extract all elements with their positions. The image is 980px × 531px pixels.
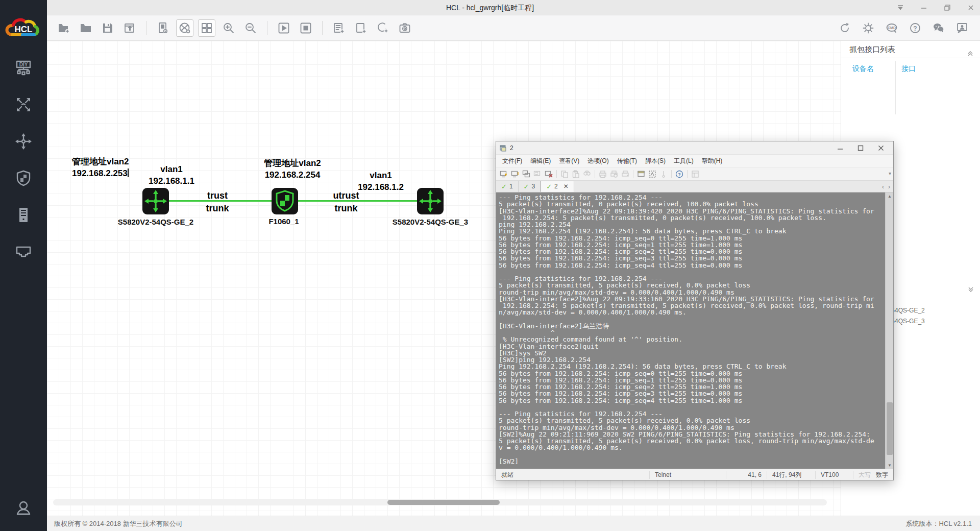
open-project-icon[interactable] bbox=[77, 19, 94, 37]
terminal-close-icon[interactable] bbox=[871, 141, 891, 155]
sidebar-item-routers[interactable] bbox=[11, 94, 36, 115]
device-name-sw3[interactable]: S5820V2-54QS-GE_3 bbox=[393, 218, 468, 226]
sidebar-item-firewalls[interactable] bbox=[11, 167, 36, 189]
link1-zone-label[interactable]: trust bbox=[207, 190, 228, 201]
menu-view[interactable]: 查看(V) bbox=[555, 155, 583, 167]
print-setup-icon[interactable] bbox=[620, 169, 630, 179]
menu-help[interactable]: 帮助(H) bbox=[698, 155, 727, 167]
find-icon[interactable] bbox=[582, 169, 592, 179]
capture-list-header[interactable]: 抓包接口列表 bbox=[841, 41, 980, 58]
sw2-mgmt-label[interactable]: 管理地址vlan2 192.168.2.253 bbox=[72, 156, 129, 179]
cli-console-icon[interactable]: CMD bbox=[883, 19, 900, 37]
terminal-tab-2[interactable]: ✓2✕ bbox=[541, 181, 574, 192]
quick-connect-icon[interactable] bbox=[499, 169, 509, 179]
terminal-maximize-icon[interactable] bbox=[850, 141, 871, 155]
sw2-vlan-line1: vlan1 bbox=[149, 163, 194, 175]
workbench-grid-icon[interactable] bbox=[198, 19, 215, 37]
zoom-out-icon[interactable] bbox=[242, 19, 259, 37]
scroll-down-icon[interactable]: ▼ bbox=[886, 462, 894, 469]
rollup-icon[interactable] bbox=[895, 3, 905, 13]
menu-file[interactable]: 文件(F) bbox=[498, 155, 526, 167]
terminal-minimize-icon[interactable] bbox=[830, 141, 850, 155]
svg-text:?: ? bbox=[678, 172, 681, 177]
menu-transfer[interactable]: 传输(T) bbox=[613, 155, 641, 167]
menu-edit[interactable]: 编辑(E) bbox=[526, 155, 555, 167]
device-firewall-f1060-1[interactable] bbox=[271, 187, 299, 215]
sw3-vlan-label[interactable]: vlan1 192.168.1.2 bbox=[358, 170, 404, 193]
settings-gear-icon[interactable] bbox=[860, 19, 877, 37]
sidebar-item-servers[interactable] bbox=[11, 204, 36, 226]
keyword-highlight-icon[interactable] bbox=[658, 169, 669, 179]
tab-scroll-arrows: ‹› bbox=[882, 181, 890, 193]
stop-all-icon[interactable] bbox=[297, 19, 314, 37]
terminal-tab-3[interactable]: ✓3 bbox=[519, 181, 541, 192]
print-icon[interactable] bbox=[598, 169, 608, 179]
connect-in-tab-icon[interactable] bbox=[521, 169, 531, 179]
fw-mgmt-label[interactable]: 管理地址vlan2 192.168.2.254 bbox=[264, 157, 321, 181]
sidebar-item-end-devices[interactable] bbox=[11, 241, 36, 262]
device-name-fw[interactable]: F1060_1 bbox=[268, 217, 299, 226]
device-switch-s5820v2-54qs-ge-2[interactable] bbox=[142, 187, 169, 215]
restore-icon[interactable] bbox=[942, 3, 952, 13]
copy-icon[interactable] bbox=[559, 169, 570, 179]
terminal-vscrollbar-thumb[interactable] bbox=[887, 402, 893, 455]
terminal-vscrollbar[interactable]: ▲ ▼ bbox=[885, 192, 893, 469]
session-options-icon[interactable] bbox=[647, 169, 657, 179]
collapse-down-icon[interactable] bbox=[967, 284, 974, 291]
minimize-icon[interactable] bbox=[919, 3, 929, 13]
help-icon[interactable]: ? bbox=[906, 19, 924, 37]
tab-scroll-right-icon[interactable]: › bbox=[888, 183, 890, 190]
session-properties-icon[interactable] bbox=[636, 169, 646, 179]
export-project-icon[interactable] bbox=[121, 19, 138, 37]
add-capture-icon[interactable] bbox=[374, 19, 391, 37]
add-device-image-icon[interactable] bbox=[154, 19, 172, 37]
link1-mode-label[interactable]: trunk bbox=[206, 203, 229, 214]
add-network-icon[interactable] bbox=[176, 19, 193, 37]
menu-options[interactable]: 选项(O) bbox=[583, 155, 612, 167]
terminal-window[interactable]: 2 文件(F) 编辑(E) 查看(V) 选项(O) 传输(T) 脚本(S) 工具… bbox=[496, 141, 894, 480]
refresh-icon[interactable] bbox=[836, 19, 853, 37]
scroll-up-icon[interactable]: ▲ bbox=[886, 192, 894, 200]
save-project-icon[interactable] bbox=[99, 19, 116, 37]
connect-icon[interactable] bbox=[510, 169, 520, 179]
toolbar-separator bbox=[671, 170, 672, 178]
device-categories: DIY bbox=[0, 57, 47, 262]
disconnect-icon[interactable] bbox=[544, 169, 554, 179]
device-switch-s5820v2-54qs-ge-3[interactable] bbox=[416, 187, 444, 215]
new-project-icon[interactable] bbox=[55, 19, 72, 37]
terminal-status-emulation: VT100 bbox=[815, 471, 851, 479]
canvas-hscrollbar-thumb[interactable] bbox=[387, 500, 500, 505]
terminal-tab-1[interactable]: ✓1 bbox=[496, 181, 519, 192]
device-name-sw2[interactable]: S5820V2-54QS-GE_2 bbox=[118, 218, 193, 226]
start-all-icon[interactable] bbox=[275, 19, 292, 37]
feedback-icon[interactable] bbox=[953, 19, 971, 37]
add-note-icon[interactable] bbox=[352, 19, 370, 37]
terminal-screen[interactable]: --- Ping statistics for 192.168.2.254 --… bbox=[496, 192, 893, 469]
reconnect-icon[interactable] bbox=[532, 169, 543, 179]
wechat-icon[interactable] bbox=[930, 19, 947, 37]
sidebar-item-switches[interactable] bbox=[11, 131, 36, 152]
print-preview-icon[interactable] bbox=[609, 169, 619, 179]
menu-script[interactable]: 脚本(S) bbox=[641, 155, 670, 167]
add-config-list-icon[interactable] bbox=[330, 19, 348, 37]
snapshot-icon[interactable] bbox=[396, 19, 413, 37]
sw2-vlan-label[interactable]: vlan1 192.168.1.1 bbox=[149, 163, 194, 187]
terminal-help-icon[interactable]: ? bbox=[674, 169, 684, 179]
link2-mode-label[interactable]: trunk bbox=[335, 203, 358, 214]
paste-icon[interactable] bbox=[571, 169, 581, 179]
zoom-in-icon[interactable] bbox=[220, 19, 237, 37]
session-manager-icon[interactable] bbox=[690, 169, 700, 179]
menu-tools[interactable]: 工具(L) bbox=[670, 155, 698, 167]
close-icon[interactable] bbox=[966, 3, 976, 13]
tab-close-icon[interactable]: ✕ bbox=[564, 183, 569, 190]
canvas-hscrollbar[interactable] bbox=[53, 499, 827, 505]
sidebar-item-diy-device[interactable]: DIY bbox=[11, 57, 36, 79]
link2-zone-label[interactable]: utrust bbox=[333, 190, 359, 201]
tab-scroll-left-icon[interactable]: ‹ bbox=[882, 183, 884, 190]
user-account-icon[interactable] bbox=[0, 499, 47, 518]
terminal-titlebar[interactable]: 2 bbox=[496, 141, 893, 155]
toolbar-overflow-icon[interactable]: ▾ bbox=[889, 171, 891, 176]
copyright-text: 版权所有 © 2014-2018 新华三技术有限公司 bbox=[54, 516, 183, 531]
collapse-up-icon[interactable] bbox=[967, 46, 974, 53]
toolbar-separator bbox=[322, 21, 323, 35]
